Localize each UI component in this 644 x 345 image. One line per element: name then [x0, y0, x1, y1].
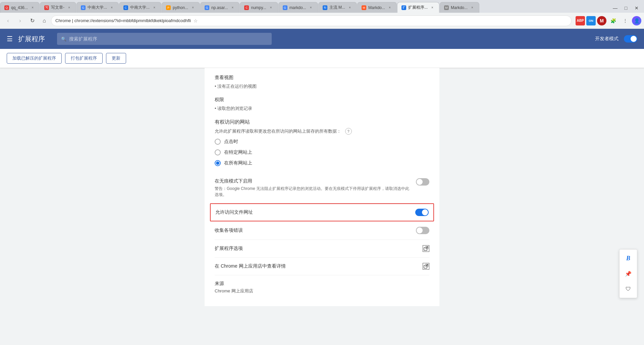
extensions-content: 查看视图 没有正在运行的视图 权限 读取您的浏览记录 有权访问的网站 允许此扩展…	[0, 68, 644, 345]
back-button[interactable]: ‹	[3, 15, 13, 26]
site-access-radio-group: 点击时 在特定网站上 在所有网站上	[215, 139, 429, 166]
tab-close-markdown1[interactable]: ×	[387, 5, 392, 10]
tab-favicon-numpy: C	[244, 5, 249, 10]
help-icon[interactable]: ?	[345, 128, 352, 135]
tab-label-markdown2: Markdo...	[451, 5, 468, 10]
tab-python[interactable]: P python... ×	[162, 2, 200, 13]
extensions-search-box[interactable]: 🔍	[57, 33, 272, 45]
tab-markdown2[interactable]: M Markdo... ×	[440, 2, 479, 13]
tab-markdown-search[interactable]: G markdo... ×	[278, 2, 318, 13]
home-button[interactable]: ⌂	[39, 15, 50, 26]
extensions-puzzle-icon[interactable]: 🧩	[608, 15, 619, 26]
allow-file-urls-toggle[interactable]	[415, 209, 429, 216]
tab-extensions[interactable]: 扩 扩展程序... ×	[397, 2, 439, 13]
incognito-title: 在无痕模式下启用	[215, 178, 411, 184]
tab-close-znu1[interactable]: ×	[109, 5, 114, 10]
browser-frame: Q qq_436... × 写 写文章- × G 中南大学... × C 中南大…	[0, 0, 644, 345]
radio-all-sites-circle[interactable]	[215, 160, 221, 166]
tab-label-markdown1: Markdo...	[368, 5, 385, 10]
permissions-section-item: 读取您的浏览记录	[215, 105, 429, 112]
allow-file-urls-row: 允许访问文件网址	[210, 203, 434, 221]
extension-options-external-link-icon[interactable]	[423, 245, 429, 252]
tab-close-python[interactable]: ×	[190, 5, 196, 10]
tab-close-numpy-search[interactable]: ×	[230, 5, 235, 10]
tab-close-numpy[interactable]: ×	[268, 5, 274, 10]
tab-favicon-znu2: C	[123, 5, 128, 10]
radio-on-click[interactable]: 点击时	[215, 139, 429, 145]
tab-favicon-markdown-search: G	[283, 5, 287, 10]
tab-markdown1[interactable]: M Markdo... ×	[357, 2, 397, 13]
tab-label-znu2: 中南大学...	[130, 5, 150, 10]
site-access-title: 有权访问的网站	[215, 119, 429, 125]
tab-favicon-numpy-search: G	[205, 5, 209, 10]
tab-numpy[interactable]: C numpy... ×	[240, 2, 278, 13]
view-in-store-label: 在 Chrome 网上应用店中查看详情	[215, 263, 423, 269]
dev-mode-toggle[interactable]	[624, 35, 637, 43]
tab-qq[interactable]: Q qq_436... ×	[0, 2, 40, 13]
shield-floating-button[interactable]: 🛡	[621, 282, 636, 296]
update-button[interactable]: 更新	[106, 53, 126, 64]
bookmark-star-icon[interactable]: ☆	[194, 18, 198, 23]
bluetooth-floating-button[interactable]: B	[621, 251, 636, 266]
maximize-button[interactable]: □	[621, 3, 631, 13]
tab-zhihu[interactable]: 知 主流 M... ×	[318, 2, 357, 13]
radio-specific-site-circle[interactable]	[215, 149, 221, 155]
shield-icon: 🛡	[626, 286, 631, 292]
radio-all-sites-label: 在所有网站上	[224, 160, 252, 166]
search-icon: 🔍	[61, 37, 66, 42]
forward-button[interactable]: ›	[15, 15, 25, 26]
tab-close-markdown-search[interactable]: ×	[308, 5, 314, 10]
minimize-button[interactable]: —	[610, 3, 620, 13]
tab-close-qq[interactable]: ×	[30, 5, 35, 10]
m-extension-icon[interactable]: M	[597, 16, 606, 25]
tab-close-znu2[interactable]: ×	[152, 5, 157, 10]
collect-errors-toggle[interactable]	[416, 227, 429, 234]
tab-close-extensions[interactable]: ×	[430, 5, 435, 10]
radio-all-sites[interactable]: 在所有网站上	[215, 160, 429, 166]
radio-on-click-label: 点击时	[224, 139, 238, 145]
search-input[interactable]	[69, 36, 268, 42]
address-bar-row: ‹ › ↻ ⌂ Chrome | chrome://extensions/?id…	[0, 13, 644, 29]
tab-bar-right: — □ ✕	[608, 3, 644, 13]
address-bar[interactable]: Chrome | chrome://extensions/?id=mbbfdip…	[51, 15, 572, 26]
menu-hamburger-icon[interactable]: ☰	[7, 35, 13, 43]
view-in-store-external-link-icon[interactable]	[423, 263, 429, 270]
dev-mode-label: 开发者模式	[595, 36, 619, 42]
close-button[interactable]: ✕	[632, 3, 641, 13]
tab-label-znu1: 中南大学...	[88, 5, 107, 10]
tab-close-markdown2[interactable]: ×	[470, 5, 475, 10]
tab-write[interactable]: 写 写文章- ×	[40, 2, 76, 13]
tab-znu1[interactable]: G 中南大学... ×	[76, 2, 119, 13]
incognito-toggle[interactable]	[416, 178, 429, 186]
tab-label-numpy-search: np.asar...	[211, 5, 228, 10]
pin-floating-button[interactable]: 📌	[621, 266, 636, 281]
tab-close-write[interactable]: ×	[66, 5, 72, 10]
tab-label-write: 写文章-	[51, 5, 64, 10]
incognito-section: 在无痕模式下启用 警告：Google Chrome 无法阻止扩展程序记录您的浏览…	[215, 173, 429, 203]
allow-file-urls-label: 允许访问文件网址	[215, 209, 415, 215]
tab-label-zhihu: 主流 M...	[329, 5, 345, 10]
load-unpacked-button[interactable]: 加载已解压的扩展程序	[7, 53, 62, 64]
tab-favicon-markdown2: M	[444, 5, 449, 10]
pack-extension-button[interactable]: 打包扩展程序	[65, 53, 103, 64]
extensions-page-title: 扩展程序	[18, 34, 45, 44]
tab-favicon-python: P	[166, 5, 171, 10]
reload-button[interactable]: ↻	[27, 15, 38, 26]
profile-avatar[interactable]: 👤	[632, 16, 641, 25]
collect-errors-label: 收集各项错误	[215, 227, 416, 233]
tab-znu2[interactable]: C 中南大学... ×	[119, 2, 161, 13]
radio-on-click-circle[interactable]	[215, 139, 221, 145]
site-access-desc: 允许此扩展程序读取和更改您在所访问的网站上留存的所有数据： ?	[215, 128, 429, 135]
pin-icon: 📌	[625, 271, 632, 277]
tab-numpy-search[interactable]: G np.asar... ×	[200, 2, 239, 13]
extension-options-label: 扩展程序选项	[215, 246, 423, 252]
source-section: 来源 Chrome 网上应用店	[215, 275, 429, 299]
on-extension-icon[interactable]: ON	[586, 16, 596, 25]
radio-specific-site[interactable]: 在特定网站上	[215, 149, 429, 155]
views-section-title: 查看视图	[215, 75, 429, 81]
tab-label-numpy: numpy...	[251, 5, 266, 10]
tab-close-zhihu[interactable]: ×	[347, 5, 353, 10]
abp-extension-icon[interactable]: ABP	[576, 16, 585, 25]
tab-label-extensions: 扩展程序...	[408, 5, 428, 10]
chrome-menu-icon[interactable]: ⋮	[620, 15, 631, 26]
